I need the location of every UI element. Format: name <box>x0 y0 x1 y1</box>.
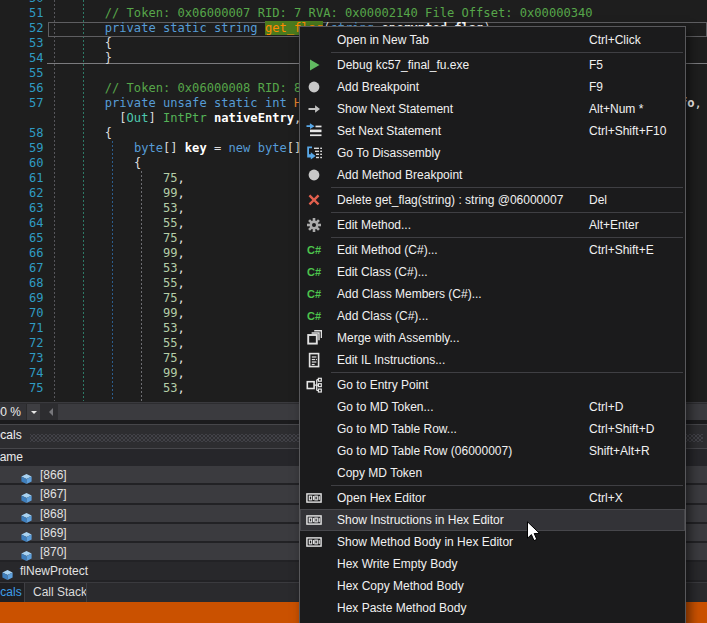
menu-item-label: Edit Method (C#)... <box>337 243 438 257</box>
code-text: 75, <box>47 231 185 246</box>
hscroll-left-arrow[interactable] <box>44 404 58 421</box>
svg-text:C#: C# <box>307 288 321 300</box>
menu-item-label: Edit IL Instructions... <box>337 353 445 367</box>
zoom-dropdown-button[interactable] <box>26 404 40 421</box>
delete-x-icon <box>306 192 322 208</box>
menu-item-label: Show Next Statement <box>337 102 453 116</box>
menu-item-label: Show Method Body in Hex Editor <box>337 535 513 549</box>
menu-item-label: Copy MD Token <box>337 466 422 480</box>
menu-item-go-to-entry-point[interactable]: Go to Entry Point <box>300 374 685 396</box>
menu-item-open-hex-editor[interactable]: Open Hex EditorCtrl+X <box>300 487 685 509</box>
line-number: 66 <box>0 246 44 261</box>
menu-item-label: Go to Entry Point <box>337 378 428 392</box>
entry-point-icon <box>306 377 322 393</box>
gear-icon <box>306 217 322 233</box>
line-number: 69 <box>0 291 44 306</box>
menu-item-show-next-statement[interactable]: Show Next StatementAlt+Num * <box>300 98 685 120</box>
menu-item-label: Go to MD Table Row... <box>337 422 457 436</box>
hex-icon <box>306 534 322 550</box>
code-text: byte[] key = new byte[] <box>47 141 302 156</box>
menu-item-set-next-statement[interactable]: Set Next StatementCtrl+Shift+F10 <box>300 120 685 142</box>
line-number: 60 <box>0 156 44 171</box>
line-number: 63 <box>0 201 44 216</box>
context-menu: Open in New TabCtrl+ClickDebug kc57_fina… <box>299 26 686 623</box>
menu-item-label: Hex Copy Method Body <box>337 579 464 593</box>
menu-item-edit-method[interactable]: Edit Method...Alt+Enter <box>300 214 685 236</box>
menu-item-open-in-new-tab[interactable]: Open in New TabCtrl+Click <box>300 29 685 51</box>
menu-item-delete-get-flag-string-string-06000007[interactable]: Delete get_flag(string) : string @060000… <box>300 189 685 211</box>
code-text: 99, <box>47 186 185 201</box>
tab-locals[interactable]: Locals <box>0 583 25 603</box>
line-number: 61 <box>0 171 44 186</box>
menu-item-label: Merge with Assembly... <box>337 331 459 345</box>
line-number: 57 <box>0 96 44 111</box>
locals-row-name: [867] <box>40 487 67 501</box>
menu-item-label: Debug kc57_final_fu.exe <box>337 58 469 72</box>
code-text: 99, <box>47 306 185 321</box>
code-text: { <box>47 156 142 171</box>
menu-item-go-to-md-table-row[interactable]: Go to MD Table Row...Ctrl+Shift+D <box>300 418 685 440</box>
menu-item-label: Go to MD Token... <box>337 400 434 414</box>
line-number: 68 <box>0 276 44 291</box>
code-text: 55, <box>47 336 185 351</box>
menu-item-label: Edit Method... <box>337 218 411 232</box>
menu-item-add-class-members-c[interactable]: C#Add Class Members (C#)... <box>300 283 685 305</box>
menu-item-hex-paste-method-body[interactable]: Hex Paste Method Body <box>300 597 685 619</box>
menu-item-add-breakpoint[interactable]: Add BreakpointF9 <box>300 76 685 98</box>
code-text: { <box>47 126 113 141</box>
code-text: 53, <box>47 201 185 216</box>
svg-text:C#: C# <box>307 244 321 256</box>
code-text: { <box>47 36 113 51</box>
code-line-51: 51 // Token: 0x06000007 RID: 7 RVA: 0x00… <box>0 6 707 21</box>
svg-text:C#: C# <box>307 310 321 322</box>
menu-item-add-method-breakpoint[interactable]: Add Method Breakpoint <box>300 164 685 186</box>
dnspy-window: 5051 // Token: 0x06000007 RID: 7 RVA: 0x… <box>0 0 707 623</box>
menu-item-shortcut: Ctrl+D <box>589 400 623 414</box>
menu-item-label: Add Class Members (C#)... <box>337 287 482 301</box>
menu-item-go-to-disassembly[interactable]: Go To Disassembly <box>300 142 685 164</box>
line-number: 58 <box>0 126 44 141</box>
line-number: 54 <box>0 51 44 66</box>
menu-item-add-class-c[interactable]: C#Add Class (C#)... <box>300 305 685 327</box>
chevron-down-icon <box>31 411 37 414</box>
local-variable-cube-icon <box>21 474 32 484</box>
menu-item-shortcut: Ctrl+Shift+D <box>589 422 654 436</box>
menu-item-go-to-md-table-row-06000007[interactable]: Go to MD Table Row (06000007)Shift+Alt+R <box>300 440 685 462</box>
menu-item-copy-md-token[interactable]: Copy MD Token <box>300 462 685 484</box>
menu-item-show-instructions-in-hex-editor[interactable]: Show Instructions in Hex Editor <box>300 509 685 531</box>
line-number: 75 <box>0 381 44 396</box>
line-number: 56 <box>0 81 44 96</box>
menu-item-merge-with-assembly[interactable]: Merge with Assembly... <box>300 327 685 349</box>
menu-item-label: Add Breakpoint <box>337 80 419 94</box>
menu-item-shortcut: F9 <box>589 80 603 94</box>
line-number: 72 <box>0 336 44 351</box>
local-variable-cube-icon <box>21 513 32 523</box>
locals-row-name: [868] <box>40 507 67 521</box>
menu-item-edit-il-instructions[interactable]: Edit IL Instructions... <box>300 349 685 371</box>
show-next-icon <box>306 101 322 117</box>
menu-item-shortcut: Ctrl+X <box>589 491 623 505</box>
csharp-icon: C# <box>306 242 322 258</box>
line-number: 70 <box>0 306 44 321</box>
menu-item-debug-kc57-final-fu-exe[interactable]: Debug kc57_final_fu.exeF5 <box>300 54 685 76</box>
locals-panel-title: Locals <box>0 428 22 442</box>
menu-item-show-method-body-in-hex-editor[interactable]: Show Method Body in Hex Editor <box>300 531 685 553</box>
tab-call-stack[interactable]: Call Stack <box>26 583 87 603</box>
menu-item-hex-write-empty-body[interactable]: Hex Write Empty Body <box>300 553 685 575</box>
line-number: 65 <box>0 231 44 246</box>
menu-item-edit-method-c[interactable]: C#Edit Method (C#)...Ctrl+Shift+E <box>300 239 685 261</box>
code-text: 99, <box>47 246 185 261</box>
mouse-cursor <box>527 521 543 543</box>
code-text: 53, <box>47 381 185 396</box>
line-number: 55 <box>0 66 44 81</box>
menu-item-label: Open in New Tab <box>337 33 429 47</box>
hex-icon <box>306 512 322 528</box>
menu-item-go-to-md-token[interactable]: Go to MD Token...Ctrl+D <box>300 396 685 418</box>
merge-icon <box>306 330 322 346</box>
code-text: 75, <box>47 291 185 306</box>
menu-item-edit-class-c[interactable]: C#Edit Class (C#)... <box>300 261 685 283</box>
menu-item-shortcut: Ctrl+Shift+F10 <box>589 124 666 138</box>
line-number: 64 <box>0 216 44 231</box>
menu-item-hex-copy-method-body[interactable]: Hex Copy Method Body <box>300 575 685 597</box>
menu-item-label: Hex Paste Method Body <box>337 601 466 615</box>
